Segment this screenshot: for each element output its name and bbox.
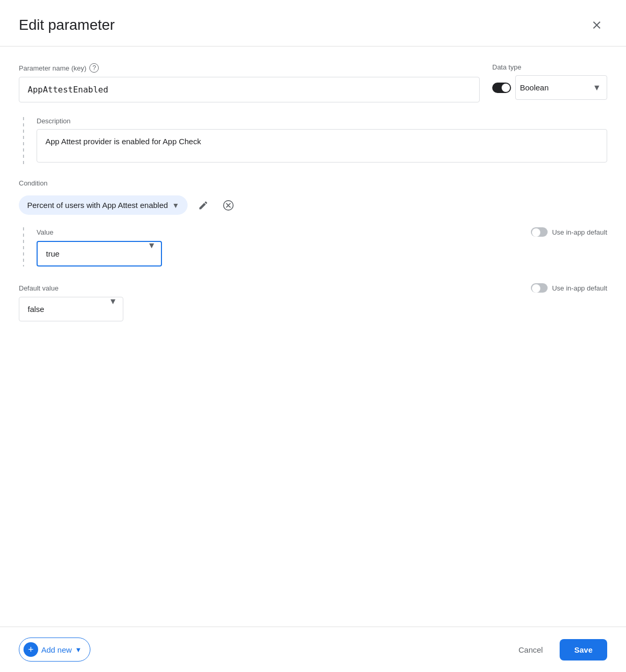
- default-use-default: Use in-app default: [531, 283, 607, 293]
- description-dashed-line: [23, 117, 24, 165]
- add-new-label: Add new: [41, 645, 72, 654]
- condition-chip-text: Percent of users with App Attest enabled: [27, 201, 168, 210]
- default-use-default-toggle[interactable]: [531, 283, 548, 293]
- value-use-default-toggle[interactable]: [531, 227, 548, 237]
- description-label: Description: [37, 117, 607, 125]
- close-icon: [590, 19, 603, 31]
- value-header: Value Use in-app default: [37, 227, 607, 237]
- data-type-select[interactable]: Boolean String Number JSON: [515, 75, 607, 100]
- value-select-wrapper: true false ▼: [37, 241, 162, 267]
- param-name-label: Parameter name (key) ?: [19, 63, 480, 73]
- condition-chip[interactable]: Percent of users with App Attest enabled…: [19, 195, 188, 215]
- default-value-section: Default value Use in-app default false t…: [19, 283, 607, 321]
- data-type-select-wrapper: Boolean String Number JSON ▼: [492, 75, 607, 100]
- remove-circle-icon: [223, 200, 234, 211]
- data-type-field: Data type Boolean String Number JSON ▼: [492, 63, 607, 100]
- add-new-arrow-icon: ▼: [75, 646, 82, 654]
- data-type-label: Data type: [492, 63, 607, 71]
- condition-label: Condition: [19, 179, 607, 187]
- param-name-field: Parameter name (key) ?: [19, 63, 480, 102]
- cancel-button[interactable]: Cancel: [510, 640, 551, 659]
- condition-chip-arrow-icon: ▼: [172, 201, 179, 210]
- default-select-wrapper: false true ▼: [19, 297, 123, 321]
- value-use-default: Use in-app default: [531, 227, 607, 237]
- dialog-footer: + Add new ▼ Cancel Save: [0, 627, 626, 672]
- value-label: Value: [37, 228, 53, 236]
- condition-value-section: Value Use in-app default true false ▼: [19, 227, 607, 267]
- boolean-toggle[interactable]: [492, 83, 511, 93]
- default-value-select[interactable]: false true: [19, 297, 123, 321]
- save-button[interactable]: Save: [560, 639, 607, 661]
- description-section: Description App Attest provider is enabl…: [19, 117, 607, 165]
- dialog-header: Edit parameter: [0, 0, 626, 46]
- param-name-help-icon[interactable]: ?: [89, 63, 99, 73]
- footer-right: Cancel Save: [510, 639, 607, 661]
- edit-parameter-dialog: Edit parameter Parameter name (key) ? Da…: [0, 0, 626, 672]
- param-name-row: Parameter name (key) ? Data type Boolean…: [19, 63, 607, 102]
- default-header: Default value Use in-app default: [19, 283, 607, 293]
- edit-condition-button[interactable]: [194, 196, 213, 215]
- remove-condition-button[interactable]: [219, 196, 238, 215]
- dialog-body: Parameter name (key) ? Data type Boolean…: [0, 47, 626, 627]
- value-use-default-text: Use in-app default: [552, 228, 607, 236]
- default-use-default-text: Use in-app default: [552, 284, 607, 292]
- close-button[interactable]: [586, 15, 607, 36]
- value-section: Value Use in-app default true false ▼: [37, 227, 607, 267]
- add-new-button[interactable]: + Add new ▼: [19, 638, 90, 662]
- condition-chip-row: Percent of users with App Attest enabled…: [19, 195, 607, 215]
- value-select[interactable]: true false: [37, 241, 162, 267]
- pencil-icon: [198, 200, 208, 211]
- value-dashed-line: [23, 227, 24, 267]
- description-input[interactable]: App Attest provider is enabled for App C…: [37, 129, 607, 163]
- add-circle-icon: +: [24, 642, 38, 657]
- param-name-input[interactable]: [19, 77, 480, 102]
- description-content: Description App Attest provider is enabl…: [37, 117, 607, 165]
- dialog-title: Edit parameter: [19, 17, 115, 33]
- default-value-label: Default value: [19, 284, 59, 292]
